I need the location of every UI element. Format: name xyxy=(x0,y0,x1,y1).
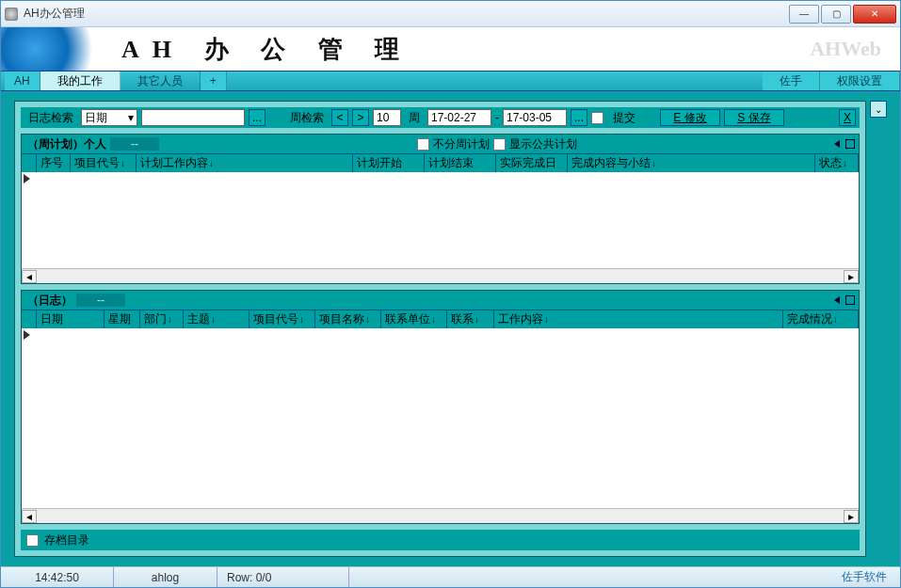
log-header: （日志） -- xyxy=(22,291,859,310)
statusbar: 14:42:50 ahlog Row: 0/0 佐手软件 xyxy=(1,566,900,587)
status-name: ahlog xyxy=(114,567,217,587)
search-input[interactable] xyxy=(141,109,245,126)
scroll-thumb[interactable] xyxy=(37,270,844,283)
col-summary[interactable]: 完成内容与小结↓ xyxy=(568,154,815,172)
surface: 日志检索 日期 ▾ ... 周检索 < > 10 周 17-02-27 - 17… xyxy=(14,101,866,557)
weekly-plan-body xyxy=(22,172,859,268)
panel1-prev-icon[interactable] xyxy=(834,140,840,148)
date-to-field[interactable]: 17-03-05 xyxy=(503,109,567,126)
banner-title: AH 办 公 管 理 xyxy=(121,33,412,66)
row-marker-icon xyxy=(24,330,30,340)
banner-brand: AHWeb xyxy=(810,37,881,61)
tab-permissions[interactable]: 权限设置 xyxy=(820,72,900,90)
col-plan-content[interactable]: 计划工作内容↓ xyxy=(137,154,353,172)
col-proj-name[interactable]: 项目名称↓ xyxy=(315,310,381,328)
panel2-box-icon[interactable] xyxy=(845,295,855,305)
col-proj-code[interactable]: 项目代号↓ xyxy=(71,154,137,172)
log-title: （日志） xyxy=(27,293,72,309)
search-type-value: 日期 xyxy=(85,110,107,126)
date-from-field[interactable]: 17-02-27 xyxy=(427,109,491,126)
show-public-checkbox[interactable]: 显示公共计划 xyxy=(493,136,577,152)
week-number-field[interactable]: 10 xyxy=(373,109,401,126)
status-time: 14:42:50 xyxy=(1,567,114,587)
weekly-plan-dash: -- xyxy=(110,137,159,151)
col-actual-done[interactable]: 实际完成日 xyxy=(496,154,568,172)
row-gutter xyxy=(22,310,37,328)
weekly-plan-header: （周计划）个人 -- 不分周计划 显示公共计划 xyxy=(22,135,859,153)
col-dept[interactable]: 部门↓ xyxy=(140,310,184,328)
row-gutter xyxy=(22,154,37,172)
tab-others[interactable]: 其它人员 xyxy=(121,72,201,90)
scroll-right-icon[interactable]: ▸ xyxy=(844,510,859,523)
tabstrip: AH 我的工作 其它人员 + 佐手 权限设置 xyxy=(1,71,900,91)
toolbar-x-button[interactable]: X xyxy=(839,109,856,126)
weekly-plan-hscroll[interactable]: ◂ ▸ xyxy=(22,268,859,283)
col-topic[interactable]: 主题↓ xyxy=(184,310,249,328)
no-weekly-checkbox[interactable]: 不分周计划 xyxy=(417,136,490,152)
tab-mywork[interactable]: 我的工作 xyxy=(40,72,121,90)
weekly-plan-columns: 序号 项目代号↓ 计划工作内容↓ 计划开始 计划结束 实际完成日 完成内容与小结… xyxy=(22,153,859,172)
scroll-right-icon[interactable]: ▸ xyxy=(844,270,859,283)
search-browse-button[interactable]: ... xyxy=(249,109,265,126)
close-button[interactable]: ✕ xyxy=(853,5,896,24)
col-seq: 序号 xyxy=(37,154,71,172)
week-search-label: 周检索 xyxy=(286,110,328,126)
week-prev-button[interactable]: < xyxy=(331,109,348,126)
col-proj-code2[interactable]: 项目代号↓ xyxy=(249,310,315,328)
submit-label: 提交 xyxy=(609,110,639,126)
chevron-down-icon: ▾ xyxy=(128,111,134,124)
log-panel: （日志） -- 日期 星期 部门↓ 主题↓ 项目代号↓ 项目名称↓ xyxy=(21,290,860,524)
col-completion[interactable]: 完成情况↓ xyxy=(783,310,859,328)
banner: AH 办 公 管 理 AHWeb xyxy=(1,27,900,71)
col-contact-unit[interactable]: 联系单位↓ xyxy=(381,310,447,328)
tab-add[interactable]: + xyxy=(201,72,227,90)
date-browse-button[interactable]: ... xyxy=(571,109,587,126)
log-hscroll[interactable]: ◂ ▸ xyxy=(22,508,859,523)
search-toolbar: 日志检索 日期 ▾ ... 周检索 < > 10 周 17-02-27 - 17… xyxy=(21,107,860,128)
scroll-left-icon[interactable]: ◂ xyxy=(22,270,37,283)
week-next-button[interactable]: > xyxy=(352,109,369,126)
window-title: AH办公管理 xyxy=(24,6,85,22)
col-work-content[interactable]: 工作内容↓ xyxy=(494,310,783,328)
log-columns: 日期 星期 部门↓ 主题↓ 项目代号↓ 项目名称↓ 联系单位↓ 联系↓ 工作内容… xyxy=(22,310,859,328)
search-type-select[interactable]: 日期 ▾ xyxy=(81,109,137,126)
edit-button[interactable]: E 修改 xyxy=(660,109,720,126)
tab-ah[interactable]: AH xyxy=(5,72,40,90)
log-dash: -- xyxy=(76,294,125,307)
status-row: Row: 0/0 xyxy=(217,567,349,587)
panel2-prev-icon[interactable] xyxy=(834,296,840,304)
workspace: 日志检索 日期 ▾ ... 周检索 < > 10 周 17-02-27 - 17… xyxy=(1,91,900,566)
app-icon xyxy=(5,8,18,21)
date-dash: - xyxy=(495,111,499,124)
col-date[interactable]: 日期 xyxy=(37,310,105,328)
scroll-left-icon[interactable]: ◂ xyxy=(22,510,37,523)
col-contact[interactable]: 联系↓ xyxy=(447,310,494,328)
archive-row: 存档目录 xyxy=(21,530,860,550)
scroll-thumb[interactable] xyxy=(37,510,844,523)
archive-label: 存档目录 xyxy=(44,532,89,548)
archive-checkbox[interactable] xyxy=(26,534,39,547)
titlebar: AH办公管理 — ▢ ✕ xyxy=(1,1,900,27)
save-button[interactable]: S 保存 xyxy=(724,109,784,126)
side-collapse-button[interactable]: ⌄ xyxy=(870,101,887,118)
col-weekday[interactable]: 星期 xyxy=(105,310,140,328)
chevron-down-icon: ⌄ xyxy=(875,104,882,115)
col-plan-start[interactable]: 计划开始 xyxy=(353,154,425,172)
row-marker-icon xyxy=(24,174,30,183)
banner-graphic xyxy=(1,27,114,71)
submit-checkbox[interactable] xyxy=(591,112,603,124)
app-window: AH办公管理 — ▢ ✕ AH 办 公 管 理 AHWeb AH 我的工作 其它… xyxy=(0,0,901,588)
minimize-button[interactable]: — xyxy=(789,5,819,24)
weekly-plan-title: （周计划）个人 xyxy=(27,136,106,152)
log-body xyxy=(22,328,859,508)
week-word: 周 xyxy=(405,110,424,126)
col-plan-end[interactable]: 计划结束 xyxy=(425,154,496,172)
status-brand: 佐手软件 xyxy=(829,569,900,585)
weekly-plan-panel: （周计划）个人 -- 不分周计划 显示公共计划 序号 项目代号↓ 计划工作内容↓ xyxy=(21,134,860,284)
search-label: 日志检索 xyxy=(24,110,77,126)
col-status[interactable]: 状态↓ xyxy=(815,154,859,172)
tab-zuoshou[interactable]: 佐手 xyxy=(763,72,820,90)
panel1-box-icon[interactable] xyxy=(845,139,855,149)
maximize-button[interactable]: ▢ xyxy=(821,5,851,24)
